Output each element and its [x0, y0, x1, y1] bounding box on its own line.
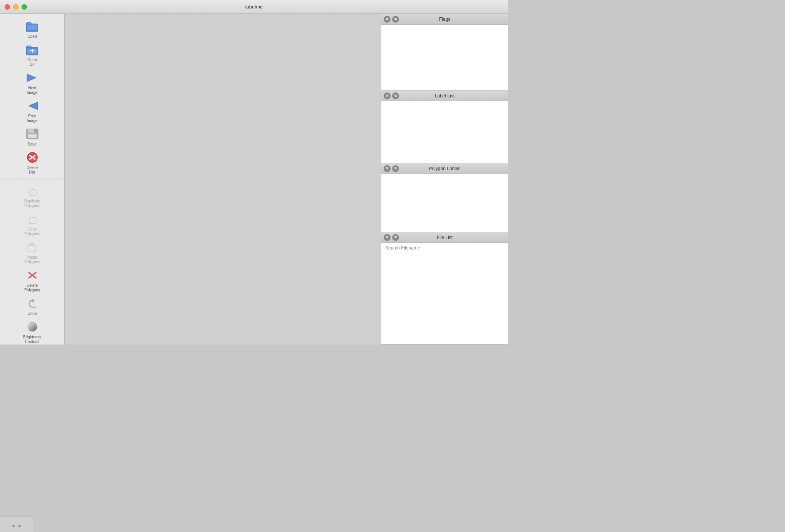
undo-label: Undo — [28, 311, 37, 316]
duplicate-polygons-button[interactable]: Duplicate Polygons — [0, 182, 64, 210]
open-dir-label: Open Dir — [27, 58, 37, 67]
svg-rect-7 — [28, 129, 35, 133]
polygon-labels-panel: ✕ ⧉ Polygon Labels — [381, 163, 508, 232]
paste-polygons-button[interactable]: Paste Polygons — [0, 238, 64, 266]
prev-image-icon — [23, 98, 42, 114]
polygon-labels-panel-icons: ✕ ⧉ — [384, 165, 399, 172]
save-button[interactable]: Save — [0, 125, 64, 148]
flags-close-button[interactable]: ✕ — [384, 16, 391, 23]
open-icon — [23, 18, 42, 34]
save-icon — [23, 126, 42, 142]
flags-panel-header: ✕ ⧉ Flags — [381, 14, 508, 25]
flags-panel: ✕ ⧉ Flags — [381, 14, 508, 90]
close-button[interactable] — [5, 4, 10, 10]
canvas-area — [65, 14, 381, 345]
file-list-panel-icons: ✕ ⧉ — [384, 234, 399, 241]
label-list-float-button[interactable]: ⧉ — [392, 92, 399, 99]
file-search-input[interactable] — [381, 243, 508, 253]
polygon-labels-float-button[interactable]: ⧉ — [392, 165, 399, 172]
save-label: Save — [28, 142, 37, 147]
file-list-title: File List — [384, 235, 505, 240]
label-list-panel: ✕ ⧉ Label List — [381, 90, 508, 163]
delete-file-label: Delete File — [27, 166, 38, 175]
svg-rect-16 — [29, 217, 36, 224]
undo-icon — [23, 296, 42, 311]
prev-image-label: Prev Image — [27, 114, 38, 123]
svg-rect-15 — [27, 216, 34, 222]
svg-rect-14 — [29, 189, 36, 196]
svg-rect-8 — [28, 134, 37, 138]
flags-float-button[interactable]: ⧉ — [392, 16, 399, 23]
duplicate-polygons-label: Duplicate Polygons — [24, 199, 40, 208]
app-title: labelme — [245, 4, 263, 10]
copy-polygons-label: Copy Polygons — [24, 227, 40, 236]
delete-file-button[interactable]: Delete File — [0, 148, 64, 176]
brightness-contrast-label: Brightness Contrast — [23, 335, 41, 344]
brightness-contrast-button[interactable]: Brightness Contrast — [0, 318, 64, 345]
polygon-labels-body — [381, 174, 508, 232]
svg-marker-21 — [30, 299, 34, 303]
flags-panel-icons: ✕ ⧉ — [384, 16, 399, 23]
minimize-button[interactable] — [13, 4, 18, 10]
svg-marker-4 — [27, 74, 36, 82]
svg-rect-3 — [32, 49, 33, 53]
next-image-label: Next Image — [27, 86, 38, 95]
paste-polygons-label: Paste Polygons — [24, 255, 40, 264]
copy-polygons-button[interactable]: Copy Polygons — [0, 210, 64, 238]
delete-polygons-button[interactable]: Delete Polygons — [0, 266, 64, 294]
file-list-panel-header: ✕ ⧉ File List — [381, 232, 508, 243]
maximize-button[interactable] — [22, 4, 27, 10]
file-list-body — [381, 253, 508, 344]
open-button[interactable]: Open — [0, 17, 64, 40]
label-list-title: Label List — [384, 93, 505, 99]
copy-polygons-icon — [23, 211, 42, 227]
svg-rect-9 — [34, 129, 36, 132]
label-list-body — [381, 101, 508, 163]
brightness-contrast-icon — [23, 319, 42, 335]
delete-polygons-icon — [23, 268, 42, 283]
flags-body — [381, 25, 508, 90]
duplicate-polygons-icon — [23, 183, 42, 199]
paste-polygons-icon — [23, 239, 42, 255]
file-list-panel: ✕ ⧉ File List — [381, 232, 508, 345]
titlebar-buttons — [5, 4, 27, 10]
svg-marker-5 — [29, 102, 38, 110]
file-list-close-button[interactable]: ✕ — [384, 234, 391, 241]
svg-rect-18 — [29, 243, 34, 246]
next-image-icon — [23, 70, 42, 85]
open-dir-button[interactable]: Open Dir — [0, 40, 64, 69]
app-body: Open Open Dir Next Image — [0, 14, 508, 345]
polygon-labels-title: Polygon Labels — [384, 166, 505, 171]
toolbar-separator-1 — [0, 179, 64, 179]
toolbar: Open Open Dir Next Image — [0, 14, 65, 345]
open-dir-icon — [23, 42, 42, 57]
file-list-float-button[interactable]: ⧉ — [392, 234, 399, 241]
polygon-labels-close-button[interactable]: ✕ — [384, 165, 391, 172]
svg-rect-13 — [27, 188, 34, 194]
label-list-panel-header: ✕ ⧉ Label List — [381, 90, 508, 101]
polygon-labels-panel-header: ✕ ⧉ Polygon Labels — [381, 163, 508, 174]
svg-point-23 — [32, 323, 33, 325]
svg-point-24 — [35, 325, 36, 326]
delete-file-icon — [23, 150, 42, 165]
right-panels: ✕ ⧉ Flags ✕ ⧉ Label List ✕ — [381, 14, 508, 345]
next-image-button[interactable]: Next Image — [0, 69, 64, 97]
open-label: Open — [27, 34, 37, 39]
prev-image-button[interactable]: Prev Image — [0, 97, 64, 125]
flags-title: Flags — [384, 17, 505, 22]
delete-polygons-label: Delete Polygons — [24, 283, 40, 293]
titlebar: labelme — [0, 0, 508, 14]
label-list-close-button[interactable]: ✕ — [384, 92, 391, 99]
label-list-panel-icons: ✕ ⧉ — [384, 92, 399, 99]
undo-button[interactable]: Undo — [0, 294, 64, 318]
